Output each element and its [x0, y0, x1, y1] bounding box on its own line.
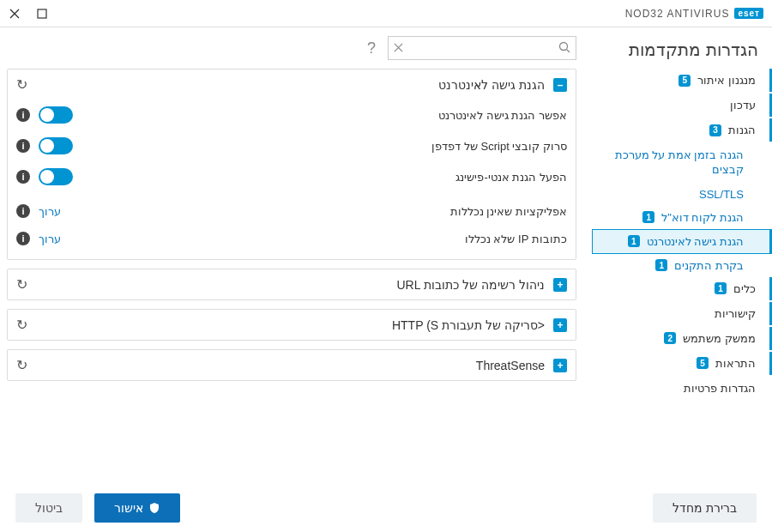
reset-icon[interactable]: ↻ [16, 76, 27, 93]
toggle-enable-web-access[interactable] [39, 106, 73, 124]
content: ? – הגנת גישה לאינטרנט ↻ אפשר הגנת גישה … [0, 27, 592, 484]
panel-header-url-management[interactable]: + ניהול רשימה של כתובות URL ↻ [8, 269, 576, 299]
sidebar-item-detection[interactable]: מנגנון איתור 5 [592, 69, 772, 92]
info-icon[interactable]: i [16, 232, 30, 245]
row-enable-web-access: אפשר הגנת גישה לאינטרנט i [16, 100, 567, 130]
product-name: NOD32 ANTIVIRUS [625, 8, 730, 20]
button-label: ביטול [35, 501, 63, 515]
row-scan-browser-scripts: סרוק קובצי Script של דפדפן i [16, 130, 567, 161]
panel-header-web-access[interactable]: – הגנת גישה לאינטרנט ↻ [8, 70, 576, 100]
cancel-button[interactable]: ביטול [15, 493, 82, 523]
panel-body: אפשר הגנת גישה לאינטרנט i סרוק קובצי Scr… [8, 100, 576, 259]
panel-title: ThreatSense [36, 359, 545, 372]
main: הגדרות מתקדמות מנגנון איתור 5 עדכון הגנו… [0, 27, 772, 484]
sidebar-label: התראות [715, 357, 756, 370]
panel-threatsense: + ThreatSense ↻ [7, 349, 576, 381]
badge: 5 [697, 357, 709, 369]
brand: eseт NOD32 ANTIVIRUS [625, 8, 763, 20]
ok-button[interactable]: אישור [94, 493, 180, 523]
titlebar: eseт NOD32 ANTIVIRUS [0, 0, 772, 27]
maximize-button[interactable] [36, 8, 48, 20]
sidebar-sub-web-access[interactable]: הגנת גישה לאינטרנט 1 [592, 229, 772, 254]
sidebar-label: הגנת לקוח דוא"ל [661, 211, 744, 224]
row-enable-antiphishing: הפעל הגנת אנטי-פישינג i [16, 161, 567, 192]
svg-line-2 [567, 49, 570, 52]
sidebar-item-protections[interactable]: הגנות 3 [592, 118, 772, 142]
sidebar-item-ui[interactable]: ממשק משתמש 2 [592, 327, 772, 350]
default-button[interactable]: ברירת מחדל [653, 493, 757, 523]
sidebar-label: מנגנון איתור [697, 74, 756, 87]
badge: 2 [664, 332, 676, 344]
button-label: ברירת מחדל [672, 501, 737, 515]
row-label: הפעל הגנת אנטי-פישינג [81, 171, 567, 184]
reset-icon[interactable]: ↻ [16, 276, 27, 293]
window-controls [9, 8, 48, 20]
panel-http-scan: + <סריקה של תעבורת HTTP (S ↻ [7, 309, 576, 341]
sidebar-label: כלים [733, 282, 756, 295]
badge: 1 [628, 235, 640, 247]
badge: 1 [715, 282, 727, 294]
sidebar-label: קישוריות [715, 307, 756, 320]
svg-rect-0 [38, 9, 46, 18]
panel-header-threatsense[interactable]: + ThreatSense ↻ [8, 350, 576, 380]
sidebar-sub-realtime-fs[interactable]: הגנה בזמן אמת על מערכת קבצים [592, 143, 772, 183]
sidebar: הגדרות מתקדמות מנגנון איתור 5 עדכון הגנו… [592, 27, 772, 484]
sidebar-label: SSL/TLS [699, 188, 744, 201]
sidebar-item-tools[interactable]: כלים 1 [592, 277, 772, 300]
collapse-icon: – [553, 78, 567, 92]
edit-excluded-apps[interactable]: ערוך [39, 205, 61, 218]
panel-title: ניהול רשימה של כתובות URL [36, 278, 545, 292]
help-icon[interactable]: ? [364, 39, 379, 57]
sidebar-label: עדכון [730, 99, 756, 112]
reset-icon[interactable]: ↻ [16, 357, 27, 373]
panel-header-http-scan[interactable]: + <סריקה של תעבורת HTTP (S ↻ [8, 310, 576, 340]
search-icon [558, 41, 570, 56]
panel-title: הגנת גישה לאינטרנט [36, 78, 545, 92]
badge: 1 [655, 259, 667, 271]
sidebar-item-connectivity[interactable]: קישוריות [592, 302, 772, 325]
svg-point-1 [560, 42, 568, 50]
row-label: אפליקציות שאינן נכללות [69, 205, 567, 218]
footer: ברירת מחדל אישור ביטול [0, 484, 772, 532]
edit-excluded-ips[interactable]: ערוך [39, 233, 61, 245]
shield-icon [148, 502, 160, 514]
close-button[interactable] [9, 8, 21, 20]
sidebar-sub-email-client[interactable]: הגנת לקוח דוא"ל 1 [592, 206, 772, 229]
search-row: ? [7, 36, 576, 60]
toggle-antiphishing[interactable] [39, 168, 73, 185]
badge: 3 [709, 124, 721, 136]
row-label: כתובות IP שלא נכללו [69, 233, 567, 245]
sidebar-label: הגנות [728, 124, 756, 136]
panel-url-management: + ניהול רשימה של כתובות URL ↻ [7, 269, 576, 300]
row-label: סרוק קובצי Script של דפדפן [81, 140, 567, 153]
reset-icon[interactable]: ↻ [16, 317, 27, 333]
expand-icon: + [553, 359, 567, 372]
sidebar-item-notifications[interactable]: התראות 5 [592, 352, 772, 375]
badge: 5 [679, 75, 691, 87]
sidebar-sub-ssl-tls[interactable]: SSL/TLS [592, 183, 772, 206]
info-icon[interactable]: i [16, 108, 30, 122]
sidebar-label: בקרת התקנים [674, 259, 744, 272]
badge: 1 [642, 211, 654, 223]
search-box[interactable] [388, 36, 576, 60]
info-icon[interactable]: i [16, 204, 30, 218]
panel-web-access: – הגנת גישה לאינטרנט ↻ אפשר הגנת גישה לא… [7, 69, 576, 260]
row-excluded-ips: כתובות IP שלא נכללו ערוך i [16, 225, 567, 252]
info-icon[interactable]: i [16, 139, 30, 153]
row-label: אפשר הגנת גישה לאינטרנט [81, 109, 567, 122]
button-label: אישור [114, 501, 143, 515]
brand-badge: eseт [734, 8, 763, 19]
row-excluded-apps: אפליקציות שאינן נכללות ערוך i [16, 197, 567, 225]
search-input[interactable] [408, 42, 553, 55]
sidebar-item-privacy[interactable]: הגדרות פרטיות [592, 377, 772, 400]
sidebar-label: הגדרות פרטיות [684, 382, 756, 395]
expand-icon: + [553, 278, 567, 292]
clear-search-icon[interactable] [394, 42, 403, 55]
footer-actions: אישור ביטול [15, 493, 180, 523]
page-title: הגדרות מתקדמות [592, 39, 772, 69]
sidebar-label: ממשק משתמש [683, 332, 756, 345]
sidebar-sub-device-control[interactable]: בקרת התקנים 1 [592, 254, 772, 277]
sidebar-item-update[interactable]: עדכון [592, 94, 772, 117]
info-icon[interactable]: i [16, 170, 30, 184]
toggle-scan-scripts[interactable] [39, 137, 73, 154]
